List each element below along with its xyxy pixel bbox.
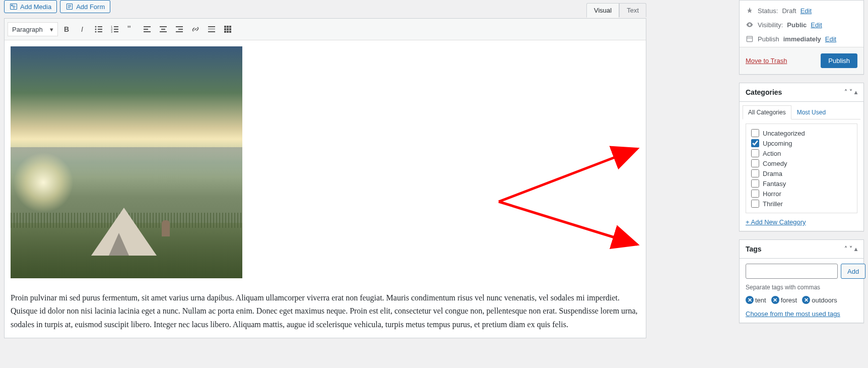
- visibility-icon: [746, 21, 754, 29]
- category-label: Horror: [763, 190, 781, 198]
- category-checkbox[interactable]: [751, 179, 759, 188]
- tab-text[interactable]: Text: [619, 3, 646, 17]
- category-label: Thriller: [763, 200, 783, 208]
- link-button[interactable]: [188, 22, 203, 37]
- category-item[interactable]: Thriller: [751, 199, 852, 209]
- add-tag-button[interactable]: Add: [841, 264, 865, 279]
- toolbar-toggle-button[interactable]: [220, 22, 235, 37]
- calendar-icon: [746, 35, 754, 43]
- svg-rect-21: [144, 26, 151, 27]
- svg-text:B: B: [64, 25, 69, 33]
- category-item[interactable]: Upcoming: [751, 138, 852, 148]
- svg-point-0: [11, 5, 13, 6]
- category-label: Upcoming: [763, 140, 792, 147]
- box-toggle-icon[interactable]: ▴: [854, 89, 857, 96]
- box-toggle-icon[interactable]: ▴: [854, 246, 857, 253]
- media-icon: [10, 3, 18, 11]
- add-media-button[interactable]: Add Media: [4, 0, 57, 13]
- editor-container: Visual Text Paragraph B I 123 ": [4, 18, 646, 338]
- category-item[interactable]: Fantasy: [751, 178, 852, 189]
- category-checkbox[interactable]: [751, 200, 759, 208]
- svg-rect-13: [98, 31, 102, 32]
- svg-rect-11: [98, 29, 102, 30]
- remove-tag-icon[interactable]: ✕: [802, 296, 810, 304]
- all-categories-tab[interactable]: All Categories: [743, 105, 791, 119]
- tag-label: outdoors: [812, 296, 837, 304]
- svg-rect-32: [208, 31, 215, 32]
- tag-chip: ✕tent: [746, 296, 766, 304]
- svg-rect-26: [160, 31, 167, 32]
- blockquote-button[interactable]: ": [123, 22, 139, 37]
- bold-button[interactable]: B: [59, 22, 74, 37]
- category-checkbox[interactable]: [751, 169, 759, 177]
- svg-rect-28: [178, 29, 183, 30]
- svg-rect-31: [208, 29, 215, 29]
- italic-button[interactable]: I: [75, 22, 90, 37]
- align-center-button[interactable]: [156, 22, 171, 37]
- svg-rect-25: [161, 29, 165, 30]
- category-label: Comedy: [763, 160, 787, 167]
- bullet-list-button[interactable]: [91, 22, 106, 37]
- move-to-trash-link[interactable]: Move to Trash: [746, 57, 787, 65]
- content-image[interactable]: [11, 46, 242, 278]
- svg-rect-27: [176, 26, 183, 27]
- pin-icon: [746, 7, 754, 15]
- category-list[interactable]: UncategorizedUpcomingActionComedyDramaFa…: [746, 124, 857, 213]
- svg-text:I: I: [81, 25, 83, 33]
- box-move-up-icon[interactable]: ˄: [844, 89, 847, 96]
- svg-rect-30: [208, 26, 215, 27]
- category-checkbox[interactable]: [751, 129, 759, 137]
- tag-label: forest: [781, 296, 797, 304]
- svg-rect-1: [11, 4, 17, 9]
- category-item[interactable]: Horror: [751, 189, 852, 199]
- edit-schedule-link[interactable]: Edit: [825, 35, 836, 43]
- svg-rect-15: [114, 26, 118, 27]
- category-item[interactable]: Action: [751, 148, 852, 158]
- box-move-down-icon[interactable]: ˅: [849, 89, 852, 96]
- add-new-category-link[interactable]: + Add New Category: [746, 218, 806, 226]
- numbered-list-button[interactable]: 123: [107, 22, 122, 37]
- category-item[interactable]: Comedy: [751, 158, 852, 168]
- edit-visibility-link[interactable]: Edit: [811, 21, 822, 29]
- form-icon: [65, 3, 74, 11]
- editor-body[interactable]: Proin pulvinar mi sed purus fermentum, s…: [5, 40, 646, 338]
- add-media-label: Add Media: [20, 3, 51, 11]
- svg-text:": ": [127, 24, 130, 34]
- tab-visual[interactable]: Visual: [586, 3, 619, 18]
- remove-tag-icon[interactable]: ✕: [746, 296, 754, 304]
- box-move-down-icon[interactable]: ˅: [849, 246, 852, 253]
- svg-point-8: [95, 26, 97, 28]
- svg-rect-24: [160, 26, 167, 27]
- category-checkbox[interactable]: [751, 149, 759, 157]
- most-used-tab[interactable]: Most Used: [791, 105, 831, 119]
- categories-box: Categories ˄ ˅ ▴ All Categories Most Use…: [739, 83, 864, 231]
- remove-tag-icon[interactable]: ✕: [771, 296, 779, 304]
- svg-rect-42: [747, 36, 752, 41]
- category-label: Uncategorized: [763, 130, 805, 137]
- category-item[interactable]: Uncategorized: [751, 128, 852, 138]
- category-label: Fantasy: [763, 180, 786, 188]
- categories-title: Categories: [746, 88, 782, 96]
- category-item[interactable]: Drama: [751, 168, 852, 178]
- align-right-button[interactable]: [172, 22, 187, 37]
- tag-label: tent: [755, 296, 766, 304]
- box-move-up-icon[interactable]: ˄: [844, 246, 847, 253]
- svg-rect-17: [114, 29, 118, 30]
- choose-most-used-tags-link[interactable]: Choose from the most used tags: [746, 310, 840, 318]
- category-checkbox[interactable]: [751, 159, 759, 167]
- svg-rect-23: [144, 31, 151, 32]
- content-paragraph[interactable]: Proin pulvinar mi sed purus fermentum, s…: [11, 291, 640, 331]
- edit-status-link[interactable]: Edit: [800, 7, 812, 15]
- publish-button[interactable]: Publish: [821, 53, 857, 68]
- add-form-button[interactable]: Add Form: [60, 0, 110, 13]
- category-label: Action: [763, 150, 781, 157]
- read-more-button[interactable]: [204, 22, 219, 37]
- align-left-button[interactable]: [140, 22, 155, 37]
- tags-input[interactable]: [746, 264, 838, 279]
- svg-rect-39: [224, 31, 226, 33]
- category-checkbox[interactable]: [751, 139, 759, 147]
- category-checkbox[interactable]: [751, 190, 759, 198]
- format-dropdown[interactable]: Paragraph: [8, 22, 58, 36]
- svg-rect-34: [227, 26, 229, 28]
- tags-box: Tags ˄ ˅ ▴ Add Separate tags with commas…: [739, 239, 864, 323]
